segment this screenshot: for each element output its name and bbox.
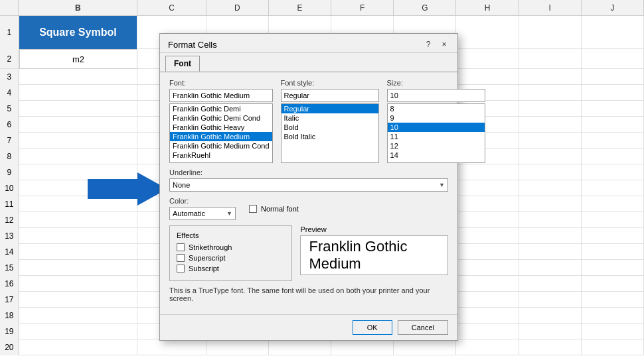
- effects-preview-row: Effects Strikethrough Superscript Subscr…: [169, 225, 448, 286]
- style-item-bold-italic[interactable]: Bold Italic: [282, 132, 378, 141]
- style-item-bold[interactable]: Bold: [282, 123, 378, 132]
- row-num-2: 2: [0, 49, 19, 68]
- dialog-controls: ? ×: [423, 39, 449, 50]
- subscript-item: Subscript: [177, 265, 285, 272]
- font-name-input[interactable]: [169, 89, 273, 102]
- size-item-8[interactable]: 8: [388, 104, 485, 113]
- info-text: This is a TrueType font. The same font w…: [169, 286, 448, 302]
- dialog-help-button[interactable]: ?: [423, 39, 434, 50]
- font-item-frankruehl[interactable]: FrankRuehl: [170, 151, 272, 160]
- cell-i1[interactable]: [519, 16, 582, 49]
- font-size-group: Size: 8 9 10 11 12 14: [387, 79, 485, 163]
- color-label: Color:: [169, 197, 236, 205]
- font-size-label: Size:: [387, 79, 485, 87]
- strikethrough-label: Strikethrough: [189, 243, 232, 251]
- col-header-g: G: [394, 0, 456, 15]
- ok-button[interactable]: OK: [353, 320, 392, 335]
- col-header-h: H: [456, 0, 519, 15]
- cell-b1-text: Square Symbol: [39, 27, 116, 38]
- font-style-label: Font style:: [281, 79, 379, 87]
- font-style-input[interactable]: [281, 89, 379, 102]
- dialog-footer: OK Cancel: [160, 314, 457, 340]
- preview-text: Franklin Gothic Medium: [309, 238, 440, 272]
- font-size-input[interactable]: [387, 89, 485, 102]
- size-item-11[interactable]: 11: [388, 132, 485, 141]
- font-item-franklin-medium[interactable]: Franklin Gothic Medium: [170, 132, 272, 141]
- strikethrough-checkbox[interactable]: [177, 243, 185, 251]
- font-item-franklin-heavy[interactable]: Franklin Gothic Heavy: [170, 123, 272, 132]
- subscript-label: Subscript: [189, 265, 219, 272]
- cell-h1[interactable]: [456, 16, 519, 49]
- color-dropdown[interactable]: Automatic ▼: [169, 207, 236, 220]
- col-header-f: F: [331, 0, 394, 15]
- superscript-item: Superscript: [177, 254, 285, 262]
- font-style-group: Font style: Regular Italic Bold Bold Ita…: [281, 79, 379, 163]
- row-num-1: 1: [0, 16, 19, 49]
- normal-font-label: Normal font: [261, 205, 299, 213]
- cell-i2[interactable]: [519, 49, 582, 68]
- cell-b2-text: m2: [72, 54, 84, 64]
- dialog-close-button[interactable]: ×: [439, 39, 449, 50]
- font-controls-row: Font: Franklin Gothic Demi Franklin Goth…: [169, 79, 448, 163]
- preview-label: Preview: [300, 225, 448, 233]
- blue-arrow: [88, 169, 167, 209]
- font-item-franklin-demi-cond[interactable]: Franklin Gothic Demi Cond: [170, 113, 272, 123]
- col-header-e: E: [269, 0, 331, 15]
- effects-label: Effects: [177, 231, 285, 239]
- underline-label: Underline:: [169, 168, 448, 176]
- tab-font[interactable]: Font: [165, 56, 200, 72]
- col-header-d: D: [206, 0, 269, 15]
- col-header-j: J: [582, 0, 644, 15]
- dialog-title-bar: Format Cells ? ×: [160, 34, 457, 53]
- underline-dropdown-arrow: ▼: [439, 182, 445, 188]
- effects-section: Effects Strikethrough Superscript Subscr…: [169, 225, 292, 286]
- size-item-9[interactable]: 9: [388, 113, 485, 123]
- font-style-listbox[interactable]: Regular Italic Bold Bold Italic: [281, 103, 379, 163]
- strikethrough-item: Strikethrough: [177, 243, 285, 251]
- style-item-italic[interactable]: Italic: [282, 113, 378, 123]
- dialog-title: Format Cells: [168, 40, 217, 50]
- color-group: Color: Automatic ▼: [169, 197, 236, 220]
- color-row: Color: Automatic ▼ Normal font: [169, 197, 448, 220]
- font-label: Font:: [169, 79, 273, 87]
- cell-j1[interactable]: [582, 16, 644, 49]
- normal-font-checkbox[interactable]: [249, 205, 257, 213]
- col-header-i: I: [519, 0, 582, 15]
- preview-box: Franklin Gothic Medium: [300, 235, 448, 275]
- superscript-checkbox[interactable]: [177, 254, 185, 262]
- cancel-button[interactable]: Cancel: [398, 320, 448, 335]
- cell-b1[interactable]: Square Symbol: [19, 16, 137, 49]
- col-header-c: C: [137, 0, 206, 15]
- grid-row-20: 20: [0, 339, 644, 355]
- col-header-b: B: [19, 0, 137, 15]
- column-headers: B C D E F G H I J: [0, 0, 644, 16]
- format-cells-dialog: Format Cells ? × Font Font: Franklin Go: [159, 33, 458, 341]
- color-dropdown-arrow: ▼: [226, 210, 232, 217]
- effects-group: Effects Strikethrough Superscript Subscr…: [169, 225, 292, 281]
- font-name-listbox[interactable]: Franklin Gothic Demi Franklin Gothic Dem…: [169, 103, 273, 163]
- size-item-12[interactable]: 12: [388, 141, 485, 151]
- cell-h2[interactable]: [456, 49, 519, 68]
- superscript-label: Superscript: [189, 254, 226, 262]
- normal-font-group: Normal font: [249, 205, 299, 213]
- preview-section: Preview Franklin Gothic Medium: [300, 225, 448, 286]
- font-size-listbox[interactable]: 8 9 10 11 12 14: [387, 103, 485, 163]
- svg-marker-0: [88, 172, 167, 206]
- dialog-tabs: Font: [160, 53, 457, 72]
- subscript-checkbox[interactable]: [177, 265, 185, 272]
- cell-b2[interactable]: m2: [19, 49, 138, 69]
- size-item-14[interactable]: 14: [388, 151, 485, 160]
- font-name-group: Font: Franklin Gothic Demi Franklin Goth…: [169, 79, 273, 163]
- row-num-header: [0, 0, 19, 15]
- font-item-franklin-demi[interactable]: Franklin Gothic Demi: [170, 104, 272, 113]
- style-item-regular[interactable]: Regular: [282, 104, 378, 113]
- underline-dropdown[interactable]: None ▼: [169, 178, 448, 192]
- spreadsheet: B C D E F G H I J 1 Square Symbol 2: [0, 0, 644, 362]
- dialog-body: Font: Franklin Gothic Demi Franklin Goth…: [160, 72, 457, 314]
- cell-j2[interactable]: [582, 49, 644, 68]
- font-item-franklin-medium-cond[interactable]: Franklin Gothic Medium Cond: [170, 141, 272, 151]
- underline-row: Underline: None ▼: [169, 168, 448, 192]
- size-item-10[interactable]: 10: [388, 123, 485, 132]
